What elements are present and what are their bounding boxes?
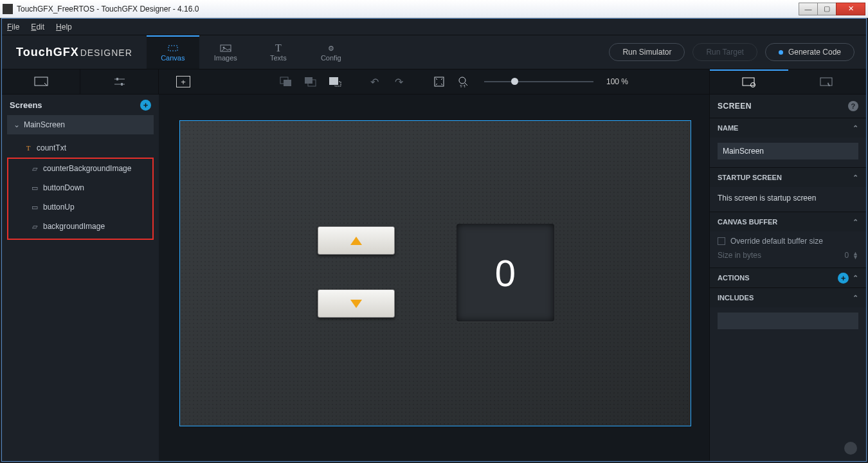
inspector-tab-properties[interactable] [710,69,788,94]
screen-icon [34,77,48,87]
zoom-value: 100 % [606,77,628,86]
inspector-panel: SCREEN ? NAME⌃ STARTUP SCREEN⌃ This scre… [709,95,866,461]
screens-heading: Screens [10,100,42,110]
svg-rect-18 [743,78,754,86]
tree-widget-item[interactable]: T countTxt [2,138,159,158]
tab-texts[interactable]: T Texts [252,35,305,69]
close-button[interactable]: ✕ [836,3,865,15]
bring-front-icon[interactable] [302,75,320,89]
svg-rect-20 [820,78,832,86]
triangle-up-icon [350,237,362,245]
inspector-tab-interactions[interactable] [788,69,867,94]
add-screen-button[interactable]: + [140,100,151,111]
config-icon: ⚙ [325,44,337,53]
tree-widget-item[interactable]: ▭ buttonDown [8,178,152,197]
inspector-title: SCREEN [718,102,752,111]
expand-icon[interactable] [430,75,448,89]
section-includes-header: INCLUDES [718,294,754,302]
send-back-icon[interactable] [277,75,295,89]
run-target-button[interactable]: Run Target [692,43,757,61]
counter-display[interactable]: 0 [457,224,554,322]
add-action-button[interactable]: + [838,273,849,284]
menu-help[interactable]: Help [56,23,72,32]
svg-text:1:1: 1:1 [460,84,466,87]
tree-widget-item[interactable]: ▱ backgroundImage [8,217,152,236]
section-startup-header: STARTUP SCREEN [718,174,782,181]
texts-icon: T [273,44,284,53]
button-down-widget[interactable] [318,289,395,318]
zoom-reset-icon[interactable]: 1:1 [455,75,473,89]
chevron-down-icon: ⌄ [14,120,20,129]
app-icon [3,4,13,14]
chat-bubble-icon[interactable] [844,442,857,455]
svg-rect-11 [305,77,312,84]
help-icon[interactable]: ? [848,101,858,111]
chevron-up-icon[interactable]: ⌃ [853,274,858,282]
tab-canvas[interactable]: Canvas [147,35,199,69]
menu-edit[interactable]: Edit [31,23,44,32]
redo-icon[interactable]: ↷ [390,75,408,89]
add-widget-button[interactable]: + [170,69,196,95]
chevron-up-icon[interactable]: ⌃ [853,218,858,226]
tree-widget-item[interactable]: ▱ counterBackgroundImage [8,159,152,178]
section-actions-header: ACTIONS [718,274,750,282]
triangle-down-icon [350,300,362,308]
button-up-widget[interactable] [318,226,395,255]
svg-point-15 [459,77,466,84]
menu-file[interactable]: File [7,23,19,32]
tree-screen-item[interactable]: ⌄ MainScreen [7,115,154,134]
size-spinner[interactable]: ▲▼ [853,251,858,259]
screen-name-input[interactable] [718,143,858,159]
images-icon [220,44,231,53]
tree-widget-item[interactable]: ▭ buttonUp [8,197,152,217]
svg-point-2 [222,47,224,49]
tab-config[interactable]: ⚙ Config [305,35,357,69]
generate-code-button[interactable]: Generate Code [765,43,854,61]
size-label: Size in bytes [718,251,761,260]
menubar: File Edit Help [2,19,866,35]
section-name-header: NAME [718,124,738,132]
text-icon: T [24,144,33,152]
monitor-gear-icon [742,77,756,87]
window-titlebar: TouchGFX_FreeRTOS - TouchGFX Designer - … [0,0,868,18]
image-icon: ▱ [30,222,39,230]
undo-icon[interactable]: ↶ [366,75,384,89]
toolbar-mode-controls[interactable] [80,69,159,94]
canvas-viewport[interactable]: 0 [159,95,709,461]
svg-rect-5 [116,78,118,80]
override-buffer-checkbox[interactable]: Override default buffer size [718,237,858,246]
chevron-up-icon[interactable]: ⌃ [853,124,858,132]
image-icon: ▱ [30,165,39,172]
svg-rect-9 [284,80,291,86]
button-icon: ▭ [30,184,39,192]
startup-note: This screen is startup screen [718,192,858,204]
toolbar-mode-canvas[interactable] [2,69,80,94]
svg-rect-12 [329,77,338,85]
touch-icon [820,77,834,87]
zoom-slider[interactable] [484,81,593,82]
selection-highlight: ▱ counterBackgroundImage ▭ buttonDown ▭ … [7,158,154,240]
button-icon: ▭ [30,203,39,211]
app-logo: TouchGFXDESIGNER [2,46,147,59]
svg-rect-0 [168,46,177,51]
svg-rect-7 [121,83,123,86]
canvas-frame[interactable]: 0 [179,120,691,426]
minimize-button[interactable]: — [799,3,818,15]
includes-input[interactable] [718,313,858,329]
run-simulator-button[interactable]: Run Simulator [609,43,685,61]
tab-images[interactable]: Images [199,35,252,69]
sliders-icon [113,77,127,87]
left-sidebar: Screens + ⌄ MainScreen T countTxt ▱ coun… [2,95,159,461]
maximize-button[interactable]: ▢ [817,3,836,15]
window-title: TouchGFX_FreeRTOS - TouchGFX Designer - … [17,5,799,14]
fit-icon[interactable] [326,75,344,89]
size-value: 0 [844,251,849,260]
canvas-icon [167,44,179,53]
section-canvasbuffer-header: CANVAS BUFFER [718,218,777,226]
chevron-up-icon[interactable]: ⌃ [853,294,858,302]
chevron-up-icon[interactable]: ⌃ [853,174,858,182]
